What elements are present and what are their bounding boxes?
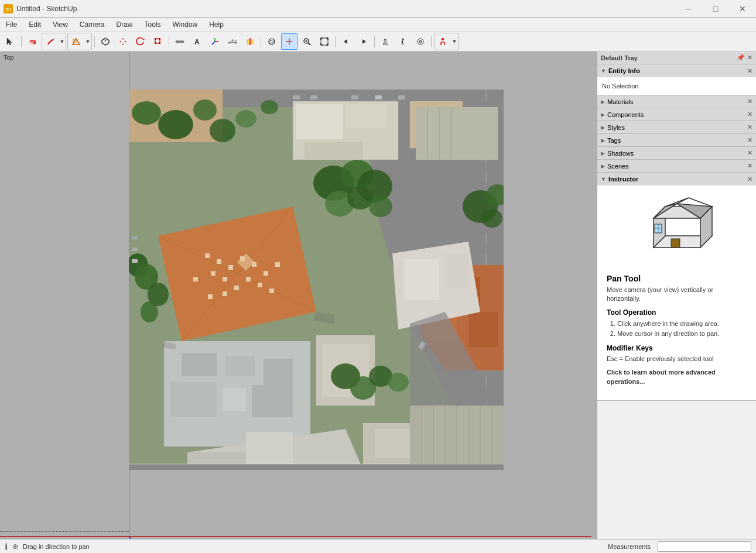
svg-marker-15 bbox=[125, 40, 126, 43]
aerial-image[interactable] bbox=[129, 90, 504, 470]
scenes-tray-item[interactable]: ▶ Scenes ✕ bbox=[597, 160, 756, 173]
entity-info-close-button[interactable]: ✕ bbox=[747, 67, 752, 75]
minimize-button[interactable]: ─ bbox=[675, 0, 702, 18]
entity-info-body: No Selection bbox=[597, 77, 756, 95]
instructor-close-button[interactable]: ✕ bbox=[747, 176, 752, 183]
menu-view[interactable]: View bbox=[47, 18, 74, 31]
svg-rect-139 bbox=[375, 429, 410, 458]
next-scene-button[interactable] bbox=[355, 33, 372, 50]
toolbar-separator-3 bbox=[169, 36, 169, 47]
instructor-header[interactable]: ▼ Instructor ✕ bbox=[597, 173, 756, 186]
walk-tool-button[interactable] bbox=[395, 33, 411, 50]
svg-point-115 bbox=[141, 301, 158, 322]
pan-tool-button[interactable] bbox=[281, 33, 297, 50]
svg-rect-116 bbox=[132, 236, 138, 239]
svg-rect-118 bbox=[132, 259, 138, 263]
svg-point-76 bbox=[210, 119, 235, 142]
info-icon[interactable]: ℹ bbox=[5, 542, 8, 551]
modifier-keys-title: Modifier Keys bbox=[607, 344, 747, 352]
svg-rect-180 bbox=[671, 239, 680, 248]
zoom-tool-button[interactable] bbox=[299, 33, 315, 50]
svg-marker-13 bbox=[122, 43, 124, 45]
tape-tool-button[interactable] bbox=[172, 33, 188, 50]
svg-rect-120 bbox=[182, 353, 217, 376]
svg-line-39 bbox=[269, 39, 271, 40]
svg-line-4 bbox=[48, 40, 52, 44]
menu-window[interactable]: Window bbox=[167, 18, 204, 31]
selection-indicator bbox=[0, 531, 129, 532]
canvas-area[interactable]: Top bbox=[0, 51, 597, 539]
svg-rect-97 bbox=[228, 265, 233, 270]
tags-tray-item[interactable]: ▶ Tags ✕ bbox=[597, 134, 756, 147]
svg-rect-103 bbox=[275, 262, 280, 267]
right-panel: Default Tray 📌 ✕ ▼ Entity Info ✕ No Sele… bbox=[597, 51, 756, 539]
shape-dropdown[interactable]: ▼ bbox=[84, 33, 91, 50]
menu-help[interactable]: Help bbox=[203, 18, 230, 31]
move-tool-button[interactable] bbox=[115, 33, 131, 50]
svg-marker-5 bbox=[52, 39, 54, 41]
svg-marker-54 bbox=[362, 39, 366, 44]
svg-point-64 bbox=[420, 41, 421, 42]
prev-scene-button[interactable] bbox=[338, 33, 354, 50]
menu-camera[interactable]: Camera bbox=[74, 18, 111, 31]
entity-info-header[interactable]: ▼ Entity Info ✕ bbox=[597, 64, 756, 77]
pan-status-icon[interactable]: ⊕ bbox=[12, 542, 18, 551]
components-close-button[interactable]: ✕ bbox=[747, 111, 752, 118]
svg-point-77 bbox=[235, 110, 256, 128]
svg-point-55 bbox=[384, 39, 386, 42]
svg-rect-107 bbox=[269, 288, 274, 293]
window-title: Untitled - SketchUp bbox=[16, 5, 77, 13]
shadows-tray-item[interactable]: ▶ Shadows ✕ bbox=[597, 147, 756, 160]
orbit-tool-button[interactable] bbox=[264, 33, 280, 50]
svg-marker-53 bbox=[344, 39, 347, 44]
text-tool-button[interactable]: A bbox=[189, 33, 206, 50]
materials-close-button[interactable]: ✕ bbox=[747, 98, 752, 105]
svg-rect-102 bbox=[264, 271, 268, 276]
svg-rect-134 bbox=[445, 253, 468, 288]
tool-operation-title: Tool Operation bbox=[607, 308, 747, 317]
close-button[interactable]: ✕ bbox=[729, 0, 756, 18]
eraser-tool-button[interactable] bbox=[24, 33, 40, 50]
person-button[interactable] bbox=[435, 33, 451, 50]
position-camera-button[interactable] bbox=[377, 33, 394, 50]
menu-tools[interactable]: Tools bbox=[139, 18, 167, 31]
maximize-button[interactable]: □ bbox=[702, 0, 729, 18]
dimension-tool-button[interactable]: dim bbox=[224, 33, 241, 50]
styles-tray-item[interactable]: ▶ Styles ✕ bbox=[597, 121, 756, 134]
tool-operation-steps: Click anywhere in the drawing area. Move… bbox=[607, 319, 747, 339]
scenes-close-button[interactable]: ✕ bbox=[747, 162, 752, 170]
title-bar: SU Untitled - SketchUp ─ □ ✕ bbox=[0, 0, 756, 18]
section-plane-button[interactable] bbox=[242, 33, 258, 50]
look-around-button[interactable] bbox=[412, 33, 429, 50]
svg-rect-122 bbox=[264, 359, 293, 388]
axes-tool-button[interactable] bbox=[207, 33, 223, 50]
materials-label: Materials bbox=[607, 98, 634, 105]
tray-close-icon[interactable]: ✕ bbox=[747, 54, 752, 61]
shadows-label: Shadows bbox=[607, 150, 634, 157]
person-dropdown[interactable]: ▼ bbox=[451, 33, 458, 50]
menu-edit[interactable]: Edit bbox=[23, 18, 47, 31]
svg-rect-105 bbox=[246, 277, 251, 281]
materials-tray-item[interactable]: ▶ Materials ✕ bbox=[597, 95, 756, 108]
shape-tool-button[interactable] bbox=[68, 33, 84, 50]
measurements-input[interactable] bbox=[658, 541, 751, 552]
instructor-label: Instructor bbox=[608, 176, 638, 183]
shadows-close-button[interactable]: ✕ bbox=[747, 149, 752, 157]
menu-file[interactable]: File bbox=[0, 18, 23, 31]
tray-pin-icon[interactable]: 📌 bbox=[737, 54, 745, 61]
pencil-tool-button[interactable] bbox=[42, 33, 59, 50]
learn-more-link[interactable]: Click to learn about more advanced opera… bbox=[607, 368, 747, 386]
tags-close-button[interactable]: ✕ bbox=[747, 136, 752, 144]
pencil-dropdown[interactable]: ▼ bbox=[59, 33, 66, 50]
rotate-tool-button[interactable] bbox=[132, 33, 149, 50]
styles-close-button[interactable]: ✕ bbox=[747, 123, 752, 131]
push-pull-tool-button[interactable] bbox=[97, 33, 114, 50]
menu-draw[interactable]: Draw bbox=[111, 18, 139, 31]
view-label: Top bbox=[4, 54, 14, 61]
select-tool-button[interactable] bbox=[2, 33, 19, 50]
scale-tool-button[interactable] bbox=[150, 33, 166, 50]
zoom-extents-button[interactable] bbox=[316, 33, 333, 50]
svg-rect-106 bbox=[258, 283, 262, 287]
default-tray-header[interactable]: Default Tray 📌 ✕ bbox=[597, 51, 756, 64]
components-tray-item[interactable]: ▶ Components ✕ bbox=[597, 108, 756, 121]
